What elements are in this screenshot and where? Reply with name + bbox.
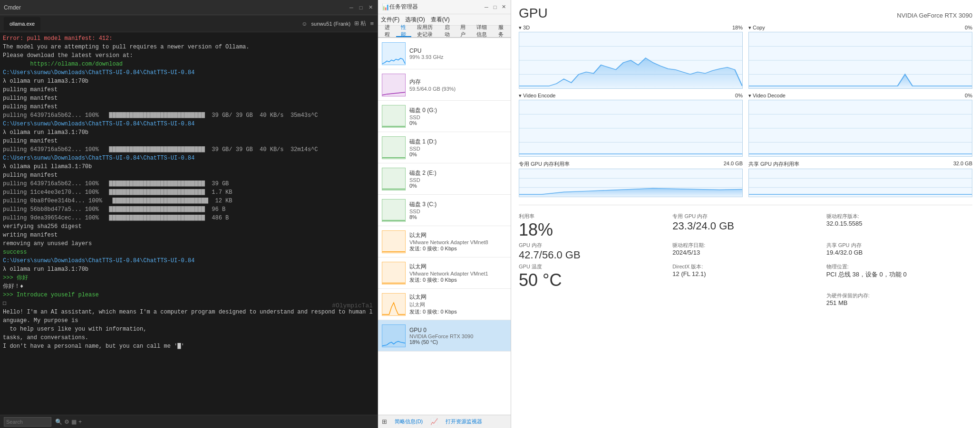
taskmgr-minimize-icon[interactable]: ─ <box>483 4 490 10</box>
resource-info: 磁盘 3 (C:) SSD 8% <box>409 200 507 220</box>
terminal-line: λ ollama pull llama3.1:70b <box>3 162 375 171</box>
gpu-shared-max: 32.0 GB <box>953 161 972 168</box>
gpu-shared-mem-label: 共享 GPU 内存利用率 32.0 GB <box>748 161 972 168</box>
gpu-copy-pct: 0% <box>965 25 972 31</box>
copy-icon[interactable]: ⊞ 粘 <box>354 19 366 28</box>
gpu-mem-stat: GPU 内存 42.7/56.0 GB <box>519 242 665 261</box>
tab-process[interactable]: 进程 <box>380 26 395 37</box>
gpu-mem-row: 专用 GPU 内存利用率 24.0 GB 共享 GPU 内存利用率 32.0 G… <box>519 161 972 197</box>
temp-label: GPU 温度 <box>519 263 665 270</box>
resource-item[interactable]: 磁盘 3 (C:) SSD 8% <box>378 195 511 226</box>
terminal-line: λ ollama run llama3.1:70b <box>3 77 375 86</box>
tab-services[interactable]: 服务 <box>494 26 509 37</box>
terminal-line: success <box>3 248 375 257</box>
directx-label: DirectX 版本: <box>672 263 818 270</box>
search-icon[interactable]: 🔍 <box>55 418 62 425</box>
terminal-line: 你好！♦ <box>3 282 375 291</box>
menu-options[interactable]: 选项(O) <box>405 16 425 24</box>
terminal-search-input[interactable] <box>4 417 51 427</box>
gpu-3d-label: ▾ 3D 18% <box>519 25 743 31</box>
resource-val: 发送: 0 接收: 0 Kbps <box>409 245 507 252</box>
terminal-line: pulling 0ba8f0ee314b4... 100% ██████████… <box>3 197 375 205</box>
terminal-content[interactable]: Error: pull model manifest: 412:The mode… <box>0 32 378 415</box>
summary-icon: ⊞ <box>382 418 387 425</box>
gpu-dedicated-mem-block: 专用 GPU 内存利用率 24.0 GB <box>519 161 743 197</box>
resource-name: 磁盘 3 (C:) <box>409 200 507 209</box>
taskmgr-tabs: 进程 性能 应用历史记录 启动 用户 详细信息 服务 <box>378 26 511 38</box>
resource-name: 磁盘 1 (D:) <box>409 138 507 146</box>
resource-item[interactable]: 以太网 以太网 发送: 0 接收: 0 Kbps <box>378 289 511 320</box>
resource-sub: SSD <box>409 177 507 183</box>
gpu-vencode-label: ▾ Video Encode 0% <box>519 93 743 99</box>
dedicated-mem-label: 专用 GPU 内存 <box>672 213 818 220</box>
reserved-mem-label: 为硬件保留的内存: <box>826 292 972 299</box>
terminal-line: to help users like you with information, <box>3 325 375 333</box>
resource-sub: SSD <box>409 114 507 120</box>
tab-details[interactable]: 详细信息 <box>472 26 493 37</box>
resource-item[interactable]: 磁盘 0 (G:) SSD 0% <box>378 101 511 132</box>
resource-val: 18% (50 °C) <box>409 339 507 345</box>
resource-info: 磁盘 2 (E:) SSD 0% <box>409 169 507 189</box>
terminal-line: https://ollama.com/download <box>3 60 375 68</box>
gpu-copy-label-text: ▾ Copy <box>748 25 765 31</box>
resource-sub: NVIDIA GeForce RTX 3090 <box>409 333 507 339</box>
resource-monitor-icon: 📈 <box>430 418 438 425</box>
tab-app-history[interactable]: 应用历史记录 <box>412 26 439 37</box>
resource-name: GPU 0 <box>409 327 507 333</box>
gpu-vdecode-pct: 0% <box>965 93 972 99</box>
menu-file[interactable]: 文件(F) <box>381 16 399 24</box>
close-icon[interactable]: ✕ <box>367 4 374 11</box>
terminal-line: removing any unused layers <box>3 239 375 248</box>
resource-info: CPU 99% 3.93 GHz <box>409 48 507 60</box>
tab-startup[interactable]: 启动 <box>440 26 455 37</box>
resource-name: 内存 <box>409 78 507 86</box>
resource-item[interactable]: CPU 99% 3.93 GHz <box>378 38 511 69</box>
gpu-directx-stat: DirectX 版本: 12 (FL 12.1) <box>672 263 818 290</box>
settings-icon[interactable]: ≡ <box>370 20 374 27</box>
resource-mini-graph <box>382 199 406 222</box>
resource-item[interactable]: 内存 59.5/64.0 GB (93%) <box>378 69 511 101</box>
menu-view[interactable]: 查看(V) <box>431 16 450 24</box>
resource-item[interactable]: 以太网 VMware Network Adapter VMnet8 发送: 0 … <box>378 226 511 257</box>
resource-name: 磁盘 0 (G:) <box>409 106 507 114</box>
gpu-3d-graph <box>519 32 743 89</box>
resource-sub: 59.5/64.0 GB (93%) <box>409 86 507 92</box>
terminal-line: pulling 6439716a5b62... 100% ███████████… <box>3 111 375 120</box>
taskmgr-close-icon[interactable]: ✕ <box>500 4 507 10</box>
resource-item[interactable]: 磁盘 2 (E:) SSD 0% <box>378 163 511 195</box>
resource-name: 以太网 <box>409 293 507 301</box>
driver-date-label: 驱动程序日期: <box>672 242 818 249</box>
terminal-line: pulling 6439716a5b62... 100% ███████████… <box>3 145 375 154</box>
driver-version-value: 32.0.15.5585 <box>826 220 972 227</box>
taskmgr-panel: 📊 任务管理器 ─ □ ✕ 文件(F) 选项(O) 查看(V) 进程 性能 应用… <box>378 0 511 428</box>
hardware-value: PCI 总线 38，设备 0，功能 0 <box>826 270 972 279</box>
terminal-line: pulling manifest <box>3 171 375 180</box>
gpu-model: NVIDIA GeForce RTX 3090 <box>897 12 972 19</box>
terminal-line: C:\Users\sunwu\Downloads\ChatTTS-UI-0.84… <box>3 257 375 265</box>
plus-icon[interactable]: + <box>78 418 82 425</box>
resource-info: 以太网 VMware Network Adapter VMnet8 发送: 0 … <box>409 231 507 252</box>
summary-link[interactable]: 简略信息(D) <box>395 418 423 425</box>
resource-item[interactable]: GPU 0 NVIDIA GeForce RTX 3090 18% (50 °C… <box>378 320 511 352</box>
terminal-tab[interactable]: ollama.exe <box>4 17 40 30</box>
settings-icon2[interactable]: ⚙ <box>64 418 69 425</box>
gpu-detail-panel: GPU NVIDIA GeForce RTX 3090 ▾ 3D 18% <box>511 0 980 428</box>
terminal-toolbar-icons: 🔍 ⚙ ▦ + <box>55 418 82 425</box>
terminal-line: tasks, and conversations. <box>3 333 375 342</box>
resource-item[interactable]: 以太网 VMware Network Adapter VMnet1 发送: 0 … <box>378 257 511 289</box>
resource-monitor-link[interactable]: 打开资源监视器 <box>446 418 482 425</box>
tab-performance[interactable]: 性能 <box>396 26 411 37</box>
resource-info: 磁盘 1 (D:) SSD 0% <box>409 138 507 157</box>
maximize-icon[interactable]: □ <box>358 4 364 11</box>
taskmgr-maximize-icon[interactable]: □ <box>492 4 498 10</box>
terminal-line: Please download the latest version at: <box>3 51 375 60</box>
layout-icon[interactable]: ▦ <box>71 418 77 425</box>
minimize-icon[interactable]: ─ <box>348 4 355 11</box>
terminal-line: pulling 9dea39654cec... 100% ███████████… <box>3 214 375 222</box>
utilization-value: 18% <box>519 220 665 240</box>
tab-users[interactable]: 用户 <box>456 26 471 37</box>
shared-mem-label: 共享 GPU 内存 <box>826 242 972 249</box>
taskmgr-title-icon: 📊 <box>382 3 389 10</box>
resource-item[interactable]: 磁盘 1 (D:) SSD 0% <box>378 132 511 163</box>
reserved-mem-value: 251 MB <box>826 299 972 306</box>
